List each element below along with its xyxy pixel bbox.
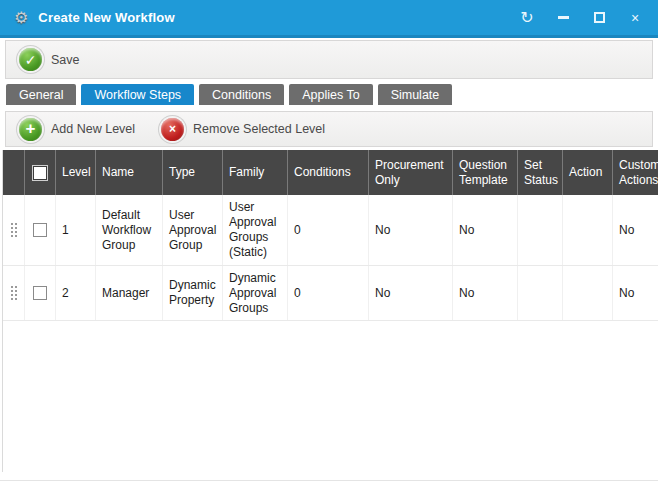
row-checkbox-cell[interactable] — [25, 266, 56, 320]
header-type: Type — [163, 150, 223, 195]
row-checkbox[interactable] — [33, 223, 47, 237]
header-set-status: Set Status — [518, 150, 563, 195]
cell-family: User Approval Groups (Static) — [223, 195, 288, 265]
cell-level: 2 — [56, 266, 96, 320]
header-custom-actions: Custom Actions — [613, 150, 658, 195]
cell-question-template: No — [453, 195, 518, 265]
tab-workflow-steps[interactable]: Workflow Steps — [81, 84, 194, 105]
workflow-steps-table: Level Name Type Family Conditions Procur… — [2, 150, 658, 472]
header-select-all[interactable] — [25, 150, 56, 195]
cell-question-template: No — [453, 266, 518, 320]
cell-type: User Approval Group — [163, 195, 223, 265]
cell-set-status — [518, 266, 563, 320]
cell-family: Dynamic Approval Groups — [223, 266, 288, 320]
cell-name: Manager — [96, 266, 163, 320]
workflow-gear-icon: ⚙ — [14, 10, 28, 26]
table-row[interactable]: 2 Manager Dynamic Property Dynamic Appro… — [3, 266, 658, 321]
tab-simulate[interactable]: Simulate — [378, 84, 453, 105]
table-empty-area — [3, 321, 658, 472]
cell-level: 1 — [56, 195, 96, 265]
cell-set-status — [518, 195, 563, 265]
titlebar: ⚙ Create New Workflow ↻ × — [0, 0, 658, 38]
save-button[interactable]: ✓ Save — [19, 48, 106, 71]
add-new-level-label: Add New Level — [51, 122, 135, 136]
save-check-icon: ✓ — [19, 48, 42, 71]
row-drag-cell[interactable] — [3, 195, 25, 265]
save-toolbar: ✓ Save — [5, 40, 653, 79]
header-drag-column — [3, 150, 25, 195]
row-checkbox-cell[interactable] — [25, 195, 56, 265]
drag-handle-icon[interactable] — [10, 285, 18, 301]
cell-procurement-only: No — [369, 266, 453, 320]
add-new-level-button[interactable]: + Add New Level — [19, 118, 161, 141]
drag-handle-icon[interactable] — [10, 222, 18, 238]
maximize-button[interactable] — [588, 7, 610, 29]
header-conditions: Conditions — [288, 150, 369, 195]
select-all-checkbox[interactable] — [33, 166, 47, 180]
header-name: Name — [96, 150, 163, 195]
header-procurement-only: Procurement Only — [369, 150, 453, 195]
cell-action — [563, 195, 613, 265]
cell-custom-actions: No — [613, 195, 658, 265]
table-row[interactable]: 1 Default Workflow Group User Approval G… — [3, 195, 658, 266]
remove-x-icon: × — [161, 118, 184, 141]
cell-conditions: 0 — [288, 266, 369, 320]
window-controls: ↻ × — [516, 7, 646, 29]
minimize-icon — [558, 16, 569, 19]
table-header-row: Level Name Type Family Conditions Procur… — [3, 150, 658, 195]
row-drag-cell[interactable] — [3, 266, 25, 320]
remove-selected-level-label: Remove Selected Level — [193, 122, 325, 136]
header-action: Action — [563, 150, 613, 195]
tab-conditions[interactable]: Conditions — [199, 84, 284, 105]
header-question-template: Question Template — [453, 150, 518, 195]
minimize-button[interactable] — [552, 7, 574, 29]
refresh-icon[interactable]: ↻ — [516, 7, 538, 29]
cell-action — [563, 266, 613, 320]
row-checkbox[interactable] — [33, 286, 47, 300]
cell-name: Default Workflow Group — [96, 195, 163, 265]
cell-custom-actions: No — [613, 266, 658, 320]
tab-applies-to[interactable]: Applies To — [289, 84, 372, 105]
tab-bar: General Workflow Steps Conditions Applie… — [0, 84, 658, 105]
cell-procurement-only: No — [369, 195, 453, 265]
save-button-label: Save — [51, 53, 80, 67]
add-plus-icon: + — [19, 118, 42, 141]
window-title: Create New Workflow — [38, 10, 516, 25]
remove-selected-level-button[interactable]: × Remove Selected Level — [161, 118, 351, 141]
cell-type: Dynamic Property — [163, 266, 223, 320]
header-family: Family — [223, 150, 288, 195]
level-toolbar: + Add New Level × Remove Selected Level — [5, 111, 653, 147]
create-new-workflow-dialog: ⚙ Create New Workflow ↻ × ✓ Save General… — [0, 0, 658, 481]
tab-general[interactable]: General — [6, 84, 76, 105]
cell-conditions: 0 — [288, 195, 369, 265]
close-button[interactable]: × — [624, 7, 646, 29]
maximize-icon — [594, 12, 605, 23]
header-level: Level — [56, 150, 96, 195]
